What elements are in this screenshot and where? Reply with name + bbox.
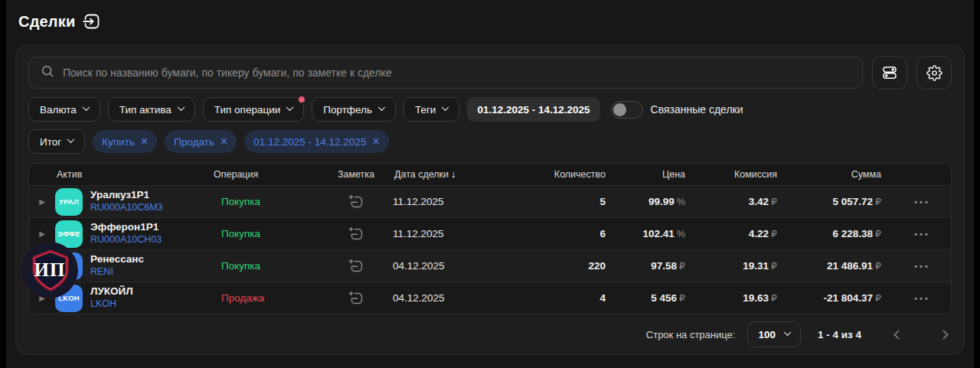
deal-quantity: 5 [514,196,618,207]
filter-operation-type-label: Тип операции [214,104,280,116]
export-icon[interactable] [83,12,101,31]
toggle-knob [613,103,626,116]
filter-asset-type-label: Тип актива [119,104,172,116]
filter-currency[interactable]: Валюта [28,97,100,122]
view-toggle-button[interactable] [872,56,907,90]
filter-operation-type[interactable]: Тип операции [203,97,304,122]
chevron-right-icon [939,330,949,340]
chevron-down-icon [286,103,294,111]
add-note-icon[interactable] [348,290,364,307]
filter-portfolio-label: Портфель [323,104,372,116]
col-fee: Комиссия [697,169,789,180]
row-menu-button[interactable]: ••• [914,197,930,207]
deal-quantity: 6 [514,228,618,239]
rows-per-page-label: Строк на странице: [646,329,736,340]
chevron-down-icon [784,328,792,336]
filter-asset-type[interactable]: Тип актива [108,97,195,122]
chip-close-icon[interactable]: × [372,135,379,148]
chip-label: Купить [102,136,135,148]
search-input[interactable] [63,67,851,79]
asset-name: Эфферон1Р1 [90,221,162,234]
chevron-down-icon [67,135,75,143]
search-box[interactable] [28,57,863,89]
deal-date: 11.12.2025 [393,228,514,239]
add-note-icon[interactable] [348,194,364,210]
asset-ticker[interactable]: RENI [90,266,144,278]
toggles-icon [881,64,898,81]
deal-quantity: 220 [514,260,618,272]
deal-fee: 19.63₽ [697,292,789,304]
operation-label: Покупка [212,228,319,239]
row-menu-button[interactable]: ••• [914,262,930,271]
filter-total-label: Итог [40,136,61,148]
asset-ticker[interactable]: LKOH [90,298,133,311]
chevron-left-icon [893,330,903,340]
asset-name: Ренессанс [90,253,144,266]
expand-chevron-icon[interactable]: ▶ [29,230,55,238]
filter-total[interactable]: Итог [28,129,85,154]
deal-price: 99.99% [618,196,697,207]
deal-sum: -21 804.37₽ [789,292,893,304]
deals-table: Актив Операция Заметка Дата сделки↓ Коли… [28,163,952,314]
row-menu-button[interactable]: ••• [914,294,930,303]
table-row[interactable]: ▶ LKOH ЛУКОЙЛ LKOH Продажа 04.12.2025 4 … [29,282,951,314]
table-row[interactable]: ▶ ЭФФЕ Эфферон1Р1 RU000A10CH03 Покупка 1… [29,217,951,249]
linked-deals-toggle[interactable] [611,101,643,119]
gear-icon [926,65,942,81]
add-note-icon[interactable] [348,258,364,275]
search-icon [40,64,55,82]
prev-page-button[interactable] [890,327,906,343]
table-row[interactable]: ▶ УРАЛ Уралкуз1Р1 RU000A10C6M3 Покупка 1… [29,185,951,217]
filters-row-2: Итог Купить × Продать × 01.12.2025 - 14.… [28,129,952,154]
operation-label: Покупка [212,260,319,272]
chip-close-icon[interactable]: × [141,135,148,148]
filter-portfolio[interactable]: Портфель [312,97,396,122]
filter-currency-label: Валюта [40,104,77,116]
toolbar [28,56,952,90]
filter-tags[interactable]: Теги [403,97,459,122]
settings-button[interactable] [916,56,952,90]
operation-label: Покупка [212,196,319,207]
row-menu-button[interactable]: ••• [914,230,930,239]
col-note: Заметка [319,169,393,180]
asset-ticker[interactable]: RU000A10CH03 [90,234,162,246]
col-operation: Операция [212,169,319,180]
deal-sum: 21 486.91₽ [789,260,893,272]
next-page-button[interactable] [936,327,952,343]
col-asset: Актив [55,169,212,180]
linked-deals-label: Связанные сделки [651,103,743,116]
table-row[interactable]: ▶ RENI Ренессанс RENI Покупка 04.12.2025… [29,249,951,282]
deal-price: 102.41% [618,228,697,239]
deal-fee: 19.31₽ [697,260,789,272]
col-quantity: Количество [514,169,618,180]
watermark-text: ИП [34,259,66,281]
date-range-button[interactable]: 01.12.2025 - 14.12.2025 [467,97,599,122]
deal-price: 97.58₽ [618,260,697,272]
rows-per-page-select[interactable]: 100 [747,321,801,347]
chip-close-icon[interactable]: × [220,135,227,148]
filters-row-1: Валюта Тип актива Тип операции Портфель … [28,97,952,122]
col-price: Цена [618,169,697,180]
page-header: Сделки [6,0,974,31]
sort-desc-icon: ↓ [451,169,456,180]
asset-ticker[interactable]: RU000A10C6M3 [90,202,163,214]
table-header: Актив Операция Заметка Дата сделки↓ Коли… [29,164,951,185]
app-window: Сделки [6,0,974,368]
chip-buy[interactable]: Купить × [93,130,157,153]
expand-chevron-icon[interactable]: ▶ [29,197,55,206]
chip-label: Продать [174,136,214,148]
chip-date-range[interactable]: 01.12.2025 - 14.12.2025 × [244,130,388,153]
deal-date: 04.12.2025 [393,292,514,304]
page-title: Сделки [18,13,75,31]
deal-quantity: 4 [514,292,618,304]
asset-name: Уралкуз1Р1 [90,189,163,202]
pagination-bar: Строк на странице: 100 1 - 4 из 4 [28,318,952,351]
add-note-icon[interactable] [348,226,364,243]
deal-sum: 6 228.38₽ [789,228,893,239]
chip-sell[interactable]: Продать × [165,130,237,153]
chevron-down-icon [378,103,386,111]
chip-label: 01.12.2025 - 14.12.2025 [253,136,366,148]
chevron-down-icon [177,103,185,111]
deal-price: 5 456₽ [618,292,697,304]
col-date[interactable]: Дата сделки↓ [393,169,514,180]
